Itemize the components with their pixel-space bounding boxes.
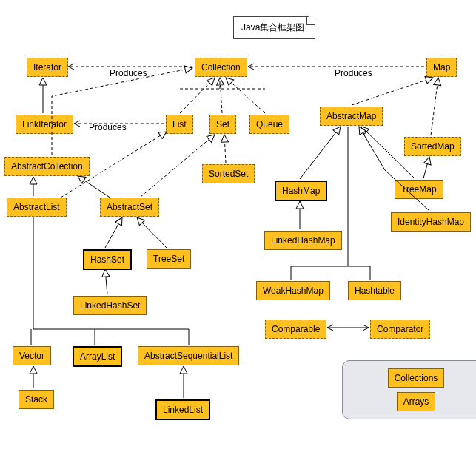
edge-label-produces-2: Produces xyxy=(335,68,372,78)
node-sortedset: SortedSet xyxy=(202,164,255,183)
svg-line-14 xyxy=(105,217,122,248)
svg-line-25 xyxy=(431,78,438,135)
node-abstractcollection: AbstractCollection xyxy=(4,157,90,176)
svg-line-15 xyxy=(137,217,167,248)
node-linkedlist: LinkedList xyxy=(155,399,210,420)
edge-label-produces-1: Produces xyxy=(110,68,147,78)
node-linkedhashset: LinkedHashSet xyxy=(73,296,147,315)
node-queue: Queue xyxy=(249,115,289,134)
node-abstractsequentiallist: AbstractSequentialList xyxy=(138,346,239,365)
diagram-title-text: Java集合框架图 xyxy=(241,22,304,33)
svg-line-12 xyxy=(78,176,111,198)
node-map: Map xyxy=(426,58,457,77)
node-weakhashmap: WeakHashMap xyxy=(256,281,330,300)
svg-line-28 xyxy=(423,157,429,178)
svg-line-24 xyxy=(352,78,433,105)
node-hashset: HashSet xyxy=(83,249,132,270)
legend-panel: Collections Arrays xyxy=(342,360,476,419)
node-abstractset: AbstractSet xyxy=(100,198,159,217)
node-identityhashmap: IdentityHashMap xyxy=(391,212,471,232)
svg-line-9 xyxy=(224,135,226,163)
svg-line-4 xyxy=(180,78,215,113)
node-stack: Stack xyxy=(19,390,54,409)
node-set: Set xyxy=(209,115,236,134)
node-collection: Collection xyxy=(195,58,247,77)
node-arraylist: ArrayList xyxy=(73,346,122,367)
node-abstractlist: AbstractList xyxy=(7,198,67,217)
legend-collections: Collections xyxy=(388,368,445,388)
node-linkedhashmap: LinkedHashMap xyxy=(264,231,342,250)
node-hashtable: Hashtable xyxy=(348,281,401,300)
node-sortedmap: SortedMap xyxy=(404,137,461,156)
svg-line-26 xyxy=(300,127,341,179)
diagram-title-note: Java集合框架图 xyxy=(233,16,315,39)
node-treeset: TreeSet xyxy=(147,249,191,269)
node-list: List xyxy=(166,115,193,134)
svg-line-16 xyxy=(105,269,107,294)
edge-label-produces-3: Produces xyxy=(89,122,127,132)
legend-arrays: Arrays xyxy=(397,392,436,411)
node-vector: Vector xyxy=(13,346,51,365)
node-treemap: TreeMap xyxy=(395,180,443,199)
svg-line-5 xyxy=(220,78,222,113)
svg-line-6 xyxy=(226,78,265,113)
node-comparator: Comparator xyxy=(370,320,430,339)
node-comparable: Comparable xyxy=(265,320,326,339)
node-linkiterator: LinkIterator xyxy=(16,115,73,134)
node-abstractmap: AbstractMap xyxy=(320,107,383,126)
node-hashmap: HashMap xyxy=(275,181,327,201)
node-iterator: Iterator xyxy=(27,58,68,77)
